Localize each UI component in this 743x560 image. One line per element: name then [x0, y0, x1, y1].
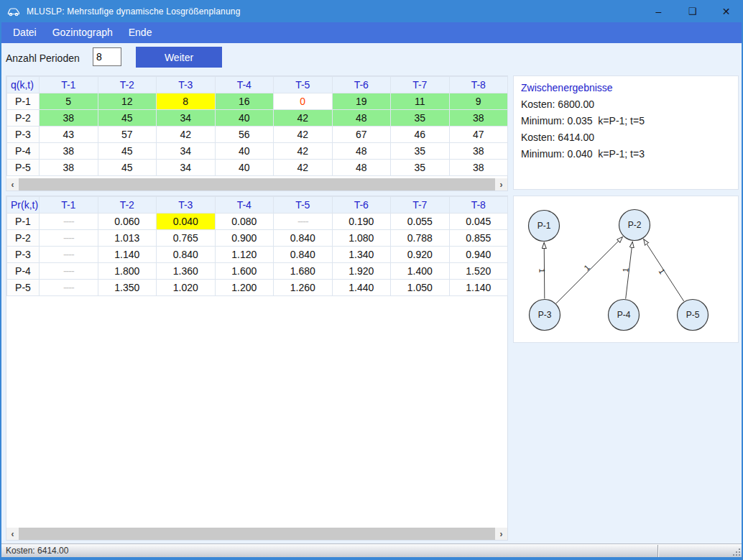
menu-item-ende[interactable]: Ende	[121, 22, 160, 43]
table-cell[interactable]: 0.940	[449, 247, 508, 263]
period-count-input[interactable]	[93, 47, 121, 66]
graph-node-p-1[interactable]: P-1	[529, 211, 560, 242]
table-cell[interactable]: 38	[40, 143, 98, 160]
table-cell[interactable]: 1.260	[274, 280, 333, 296]
graph-node-p-4[interactable]: P-4	[609, 300, 640, 331]
table-cell[interactable]: 9	[449, 93, 508, 110]
table-cell[interactable]: 46	[391, 127, 450, 143]
table-cell[interactable]: 1.013	[98, 230, 157, 247]
table-cell[interactable]: 1.020	[157, 280, 216, 296]
table-cell[interactable]: 48	[332, 160, 391, 176]
table-cell[interactable]: 38	[449, 110, 508, 127]
table-cell[interactable]: 1.680	[274, 263, 333, 280]
table-cell[interactable]: 48	[332, 110, 391, 127]
table-cell[interactable]: 35	[391, 160, 450, 176]
close-button[interactable]: ✕	[709, 0, 743, 22]
table-cell[interactable]: 40	[215, 110, 274, 127]
table-cell[interactable]: 11	[391, 93, 450, 110]
table-cell[interactable]: 0.765	[157, 230, 216, 247]
table-cell[interactable]: 34	[157, 143, 216, 160]
scroll-thumb[interactable]	[19, 528, 495, 540]
table-cell[interactable]: 0.788	[391, 230, 450, 247]
table-cell[interactable]: 0.060	[98, 214, 157, 230]
table-cell[interactable]: 1.800	[98, 263, 157, 280]
table-cell[interactable]: 0.080	[215, 214, 274, 230]
table-cell[interactable]: 1.080	[332, 230, 391, 247]
menu-item-gozintograph[interactable]: Gozintograph	[45, 22, 121, 43]
table-cell[interactable]: 35	[391, 110, 450, 127]
minimize-button[interactable]: –	[642, 0, 675, 22]
menu-item-datei[interactable]: Datei	[5, 22, 45, 43]
table-cell[interactable]: 1.600	[215, 263, 274, 280]
table-cell[interactable]: 0	[274, 93, 333, 110]
table-cell[interactable]: 40	[215, 143, 274, 160]
table-cell[interactable]: 0.855	[449, 230, 508, 247]
table-cell[interactable]: 56	[215, 127, 274, 143]
graph-node-p-5[interactable]: P-5	[678, 300, 709, 331]
table-cell[interactable]: 1.140	[98, 247, 157, 263]
table-cell[interactable]: 8	[157, 93, 216, 110]
grid-pr-hscrollbar[interactable]: ‹ ›	[6, 528, 507, 540]
table-cell[interactable]: 1.520	[449, 263, 508, 280]
table-cell[interactable]: 40	[215, 160, 274, 176]
table-cell[interactable]: 0.920	[391, 247, 450, 263]
scroll-left-icon[interactable]: ‹	[6, 178, 19, 191]
table-cell[interactable]: 19	[332, 93, 391, 110]
table-cell[interactable]: 57	[98, 127, 157, 143]
table-cell[interactable]: 38	[40, 160, 98, 176]
table-cell[interactable]: 42	[274, 110, 333, 127]
table-cell[interactable]: 38	[449, 143, 508, 160]
table-cell[interactable]: 0.055	[391, 214, 450, 230]
table-cell[interactable]: 0.840	[157, 247, 216, 263]
table-cell[interactable]: 1.120	[215, 247, 274, 263]
scroll-thumb[interactable]	[19, 178, 495, 191]
table-cell[interactable]: 1.360	[157, 263, 216, 280]
table-cell[interactable]: 0.190	[332, 214, 391, 230]
table-cell[interactable]: 42	[157, 127, 216, 143]
table-cell[interactable]: 48	[332, 143, 391, 160]
table-cell[interactable]: 12	[98, 93, 157, 110]
table-cell[interactable]: 45	[98, 160, 157, 176]
graph-node-p-3[interactable]: P-3	[530, 300, 560, 331]
table-cell[interactable]: 1.920	[332, 263, 391, 280]
table-cell[interactable]: 35	[391, 143, 450, 160]
table-cell[interactable]: 0.840	[274, 230, 333, 247]
table-cell[interactable]: 38	[449, 160, 508, 176]
resize-grip-icon[interactable]	[731, 546, 740, 556]
table-cell[interactable]: 42	[274, 143, 333, 160]
table-cell[interactable]: ----	[40, 263, 98, 280]
table-cell[interactable]: 5	[40, 93, 98, 110]
table-cell[interactable]: 0.840	[274, 247, 333, 263]
table-cell[interactable]: 1.400	[391, 263, 450, 280]
table-cell[interactable]: 47	[449, 127, 508, 143]
table-cell[interactable]: 34	[157, 110, 216, 127]
table-cell[interactable]: 34	[157, 160, 216, 176]
table-cell[interactable]: ----	[40, 214, 98, 230]
table-cell[interactable]: 0.900	[215, 230, 274, 247]
table-cell[interactable]: 42	[274, 127, 333, 143]
scroll-right-icon[interactable]: ›	[495, 528, 507, 540]
table-cell[interactable]: 1.340	[332, 247, 391, 263]
table-cell[interactable]: ----	[40, 247, 98, 263]
table-cell[interactable]: 1.050	[391, 280, 450, 296]
grid-q-hscrollbar[interactable]: ‹ ›	[6, 178, 507, 191]
table-cell[interactable]: 1.200	[215, 280, 274, 296]
table-cell[interactable]: ----	[274, 214, 333, 230]
table-cell[interactable]: 43	[40, 127, 98, 143]
table-cell[interactable]: ----	[40, 280, 98, 296]
table-cell[interactable]: 45	[98, 110, 157, 127]
table-cell[interactable]: 1.440	[332, 280, 391, 296]
table-cell[interactable]: 38	[40, 110, 98, 127]
scroll-right-icon[interactable]: ›	[495, 178, 507, 191]
table-cell[interactable]: 42	[274, 160, 333, 176]
table-cell[interactable]: ----	[40, 230, 98, 247]
table-cell[interactable]: 16	[215, 93, 274, 110]
table-cell[interactable]: 67	[332, 127, 391, 143]
scroll-left-icon[interactable]: ‹	[6, 528, 19, 540]
table-cell[interactable]: 0.040	[157, 214, 216, 230]
table-cell[interactable]: 1.350	[98, 280, 157, 296]
weiter-button[interactable]: Weiter	[136, 47, 222, 68]
table-cell[interactable]: 45	[98, 143, 157, 160]
table-cell[interactable]: 1.140	[449, 280, 508, 296]
graph-node-p-2[interactable]: P-2	[619, 210, 650, 241]
